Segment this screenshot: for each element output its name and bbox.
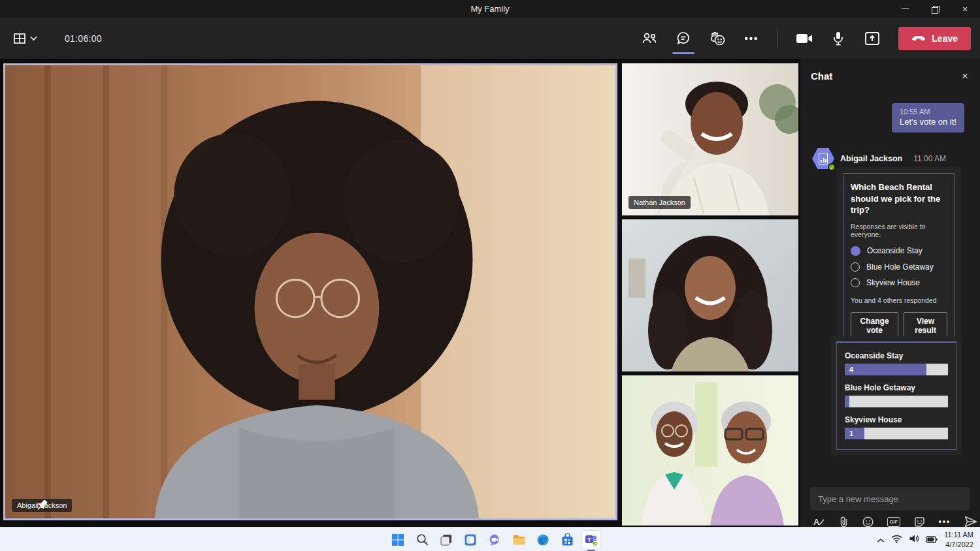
poll-actions: Change vote View result [851,312,947,339]
close-icon: × [962,4,968,14]
restore-button[interactable] [920,0,950,18]
hang-up-icon [911,35,926,42]
video-tile-participant-2[interactable] [622,219,798,371]
store-icon [561,533,574,546]
window-title: My Family [470,4,509,14]
call-toolbar: 01:06:00 ••• [0,18,980,59]
forms-clipboard-icon [819,153,828,165]
self-message-bubble: 10:55 AM Let's vote on it! [892,103,964,133]
participants-icon [642,32,657,45]
change-vote-button[interactable]: Change vote [851,312,898,339]
file-explorer-button[interactable] [510,531,528,549]
teams-app-button-active[interactable]: T [582,531,600,549]
radio-selected-icon[interactable] [851,246,860,256]
message-timestamp: 11:00 AM [913,154,946,163]
chat-close-button[interactable]: × [958,69,972,83]
camera-button[interactable] [790,25,819,52]
attach-button[interactable] [839,516,849,527]
composer-more-button[interactable]: ••• [939,517,951,526]
system-tray: 11:11 AM 4/7/2022 [877,527,973,551]
video-tile-nathan[interactable]: Nathan Jackson [622,63,798,215]
participant-video-image [622,375,798,526]
chat-app-icon [488,533,502,546]
main-video-abigail[interactable]: Abigail Jackson [3,63,617,520]
windows-taskbar: T 11:11 AM 4/7/2022 [0,527,980,551]
search-button[interactable] [413,531,431,549]
participants-button[interactable] [635,25,664,52]
window-controls: × [890,0,980,18]
teams-icon: T [585,533,598,546]
more-actions-button[interactable]: ••• [737,25,766,52]
poll-message-sender-row: ✓ Abigail Jackson 11:00 AM [812,148,946,170]
poll-results-card: Oceanside Stay 4 Blue Hole Getaway Skyvi… [836,341,956,450]
chat-panel: Chat × 10:55 AM Let's vote on it! ✓ Abig… [800,59,980,527]
chat-active-indicator [672,52,694,54]
battery-button[interactable] [926,534,938,546]
wifi-icon [891,535,902,543]
result-option-label: Blue Hole Getaway [845,383,948,392]
chat-icon [676,31,691,45]
title-bar: My Family × [0,0,980,18]
participant-video-image [622,219,798,371]
radio-unselected-icon[interactable] [851,262,860,272]
poll-results-message-card: Oceanside Stay 4 Blue Hole Getaway Skyvi… [831,336,962,455]
radio-unselected-icon[interactable] [851,278,860,287]
poll-option-label: Skyview House [866,278,920,287]
result-bar-fill: 1 [845,428,864,439]
poll-option[interactable]: Skyview House [851,278,947,287]
message-timestamp: 10:55 AM [900,108,956,116]
edge-browser-button[interactable] [534,531,552,549]
taskbar-icons: T [389,527,600,551]
message-text: Let's vote on it! [900,117,956,127]
checkmark-badge-icon: ✓ [828,163,836,171]
tray-clock[interactable]: 11:11 AM 4/7/2022 [944,530,973,549]
poll-question: Which Beach Rental should we pick for th… [851,181,947,216]
wifi-button[interactable] [891,534,902,546]
poll-option[interactable]: Blue Hole Getaway [851,262,947,272]
start-button[interactable] [389,531,407,549]
sticker-button[interactable] [914,516,925,527]
chat-panel-title: Chat [811,71,832,82]
minimize-button[interactable] [890,0,920,18]
composer-toolbar: A GIF ••• [813,516,970,527]
gallery-view-button[interactable] [9,28,41,49]
chat-header: Chat × [811,69,972,83]
widgets-button[interactable] [461,531,480,549]
result-bar-track: 4 [845,364,948,375]
result-row: Skyview House 1 [845,415,948,439]
emoji-icon [862,516,874,527]
poll-visibility-note: Responses are visible to everyone. [851,223,947,238]
meeting-timer: 01:06:00 [65,33,102,44]
result-bar-track: 1 [845,428,948,439]
widgets-icon [464,533,477,546]
reactions-button[interactable] [703,25,732,52]
share-screen-button[interactable] [858,25,887,52]
gif-button[interactable]: GIF [887,517,900,527]
paperclip-icon [839,516,849,527]
format-button[interactable]: A [813,516,825,527]
video-tile-grandparents[interactable] [622,375,798,526]
message-input[interactable] [810,487,970,511]
volume-button[interactable] [909,534,919,546]
close-button[interactable]: × [950,0,980,18]
send-button[interactable] [964,516,977,527]
view-result-button[interactable]: View result [904,312,947,339]
task-view-button[interactable] [437,531,455,549]
toolbar-separator [777,29,778,48]
tray-chevron-up-button[interactable] [877,534,885,546]
message-composer [810,487,970,511]
send-icon [964,516,977,527]
forms-poll-card: Which Beach Rental should we pick for th… [843,173,955,348]
pin-icon [12,499,72,512]
chevron-up-icon [877,538,885,543]
chat-button-active[interactable] [669,25,698,52]
emoji-button[interactable] [862,516,874,527]
result-bar-fill: 4 [845,364,926,375]
poll-message-card: Which Beach Rental should we pick for th… [837,167,961,354]
microsoft-store-button[interactable] [558,531,576,549]
poll-option[interactable]: Oceanside Stay [851,246,947,256]
result-bar-track [845,396,948,407]
microphone-button[interactable] [824,25,853,52]
teams-chat-button[interactable] [485,531,504,549]
leave-button[interactable]: Leave [898,27,971,50]
